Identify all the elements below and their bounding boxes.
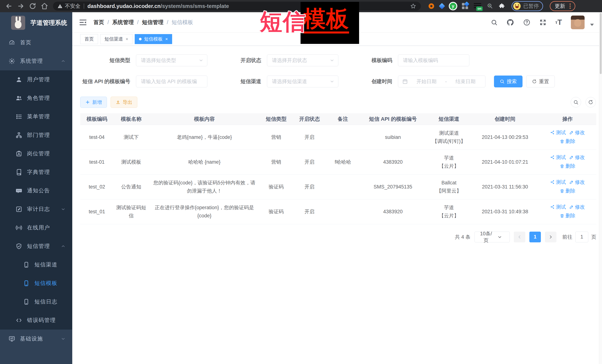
chevron-up-icon <box>61 59 65 63</box>
help-icon[interactable] <box>523 19 530 26</box>
tree-table-icon <box>16 113 22 120</box>
action-删除-link[interactable]: 删除 <box>560 187 576 195</box>
daterange-separator: - <box>445 79 447 84</box>
scrollbar-thumb[interactable] <box>600 13 602 74</box>
sidebar-item-短信管理[interactable]: 短信管理 <box>0 237 72 256</box>
sidebar-item-label: 角色管理 <box>27 94 50 102</box>
chevron-down-icon <box>493 235 506 239</box>
action-修改-link[interactable]: 修改 <box>569 178 585 186</box>
sidebar-item-角色管理[interactable]: 角色管理 <box>0 89 72 107</box>
filter-input-模板编码[interactable] <box>398 54 469 66</box>
extensions-puzzle-icon[interactable] <box>499 3 505 9</box>
audit-log-icon <box>16 206 22 213</box>
sidebar-item-在线用户[interactable]: 在线用户 <box>0 218 72 237</box>
breadcrumb-item[interactable]: 首页 <box>93 19 104 26</box>
extension-green-y-icon[interactable]: y <box>450 3 456 10</box>
sidebar-item-label: 基础设施 <box>20 335 43 343</box>
next-page-button[interactable] <box>545 232 556 242</box>
sidebar-item-label: 短信日志 <box>34 298 57 305</box>
address-bar[interactable]: 不安全 dashboard.yudao.iocoder.cn/system/sm… <box>53 2 421 10</box>
action-测试-link[interactable]: 测试 <box>550 178 566 186</box>
page-size-select[interactable]: 10条/页 <box>474 232 510 242</box>
header-search-icon[interactable] <box>491 19 497 26</box>
sidebar-item-通知公告[interactable]: 通知公告 <box>0 181 72 200</box>
filter-daterange[interactable]: 开始日期-结束日期 <box>398 75 485 87</box>
font-size-icon[interactable]: тT <box>555 18 562 26</box>
filter-select-短信类型[interactable]: 请选择短信类型 <box>136 54 207 66</box>
sidebar-item-短信渠道[interactable]: 短信渠道 <box>0 256 72 274</box>
sidebar-item-系统管理[interactable]: 系统管理 <box>0 52 72 70</box>
goto-page-input[interactable] <box>575 232 588 242</box>
sidebar-item-字典管理[interactable]: 字典管理 <box>0 163 72 181</box>
table-refresh-button[interactable] <box>586 97 596 107</box>
action-修改-link[interactable]: 修改 <box>569 128 585 137</box>
user-avatar[interactable] <box>571 16 585 29</box>
sidebar-item-用户管理[interactable]: 用户管理 <box>0 70 72 89</box>
bookmark-star-icon[interactable] <box>410 3 416 9</box>
browser-update-pill[interactable]: 更新 <box>550 1 575 11</box>
action-测试-link[interactable]: 测试 <box>550 203 566 211</box>
sidebar-item-基础设施[interactable]: 基础设施 <box>0 330 72 348</box>
tab-短信渠道[interactable]: 短信渠道× <box>100 34 132 44</box>
extension-blue-diamond-icon[interactable] <box>439 3 445 9</box>
export-button[interactable]: 导出 <box>111 97 137 108</box>
add-button[interactable]: 新增 <box>80 97 107 108</box>
tab-首页[interactable]: 首页 <box>80 34 98 44</box>
cell-remark <box>327 199 359 224</box>
cell-remark <box>327 125 359 150</box>
browser-forward-icon[interactable] <box>17 2 24 10</box>
action-修改-link[interactable]: 修改 <box>569 153 585 161</box>
breadcrumb-item[interactable]: 系统管理 <box>112 19 134 26</box>
action-修改-link[interactable]: 修改 <box>569 203 585 211</box>
filter-select-开启状态[interactable]: 请选择开启状态 <box>267 54 338 66</box>
action-测试-link[interactable]: 测试 <box>550 153 566 161</box>
sidebar-item-岗位管理[interactable]: 岗位管理 <box>0 145 72 163</box>
sidebar-item-短信日志[interactable]: 短信日志 <box>0 292 72 311</box>
prev-page-button[interactable] <box>514 232 525 242</box>
extension-orange-ring-icon[interactable] <box>429 3 434 9</box>
extension-grid-icon[interactable] <box>462 3 468 9</box>
profile-paused-pill[interactable]: 已暂停 <box>512 1 543 11</box>
sidebar-item-label: 部门管理 <box>27 131 50 139</box>
edit-icon <box>569 205 574 209</box>
breadcrumb-item[interactable]: 短信管理 <box>142 19 163 26</box>
fullscreen-icon[interactable] <box>539 19 546 26</box>
cell-actions: 测试修改删除 <box>539 199 596 224</box>
sidebar-item-错误码管理[interactable]: 错误码管理 <box>0 311 72 330</box>
sidebar-item-label: 错误码管理 <box>27 317 56 324</box>
sidebar-fold-icon[interactable] <box>79 18 87 26</box>
filter-select-短信渠道[interactable]: 请选择短信渠道 <box>267 75 338 87</box>
sidebar-item-短信模板[interactable]: 短信模板 <box>0 274 72 292</box>
table-search-toggle-button[interactable] <box>571 97 581 107</box>
action-label: 修改 <box>575 203 585 211</box>
action-测试-link[interactable]: 测试 <box>550 128 566 137</box>
browser-back-icon[interactable] <box>5 2 13 10</box>
filter-input-短信 API 的模板编号[interactable] <box>136 75 207 87</box>
page-scrollbar[interactable] <box>599 12 602 364</box>
sidebar-item-审计日志[interactable]: 审计日志 <box>0 200 72 218</box>
cell-channel: 测试渠道【调试(钉钉)】 <box>427 125 471 150</box>
filter-field-短信渠道: 短信渠道请选择短信渠道 <box>211 75 338 87</box>
sidebar-item-label: 菜单管理 <box>27 113 50 120</box>
action-删除-link[interactable]: 删除 <box>560 212 576 220</box>
action-删除-link[interactable]: 删除 <box>560 162 576 170</box>
github-icon[interactable] <box>506 19 514 26</box>
avatar-caret-icon[interactable] <box>590 24 594 26</box>
current-page-button[interactable]: 1 <box>529 232 541 242</box>
tab-close-icon[interactable]: × <box>126 37 128 41</box>
extension-magnifier-icon[interactable] <box>487 3 493 9</box>
tab-close-icon[interactable]: × <box>165 37 168 41</box>
sidebar-item-首页[interactable]: 首页 <box>0 33 72 52</box>
sidebar-item-菜单管理[interactable]: 菜单管理 <box>0 107 72 126</box>
sidebar-item-部门管理[interactable]: 部门管理 <box>0 126 72 145</box>
reset-button[interactable]: 重置 <box>526 75 555 87</box>
app-logo[interactable]: 芋道管理系统 <box>0 12 72 33</box>
browser-reload-icon[interactable] <box>29 2 36 10</box>
tab-短信模板[interactable]: 短信模板× <box>135 34 172 44</box>
search-button[interactable]: 搜索 <box>494 75 523 87</box>
browser-home-icon[interactable] <box>41 2 48 10</box>
action-删除-link[interactable]: 删除 <box>560 137 576 145</box>
search-icon <box>500 79 505 84</box>
extension-list-icon[interactable]: on <box>474 3 481 10</box>
browser-menu-icon[interactable] <box>569 3 572 9</box>
